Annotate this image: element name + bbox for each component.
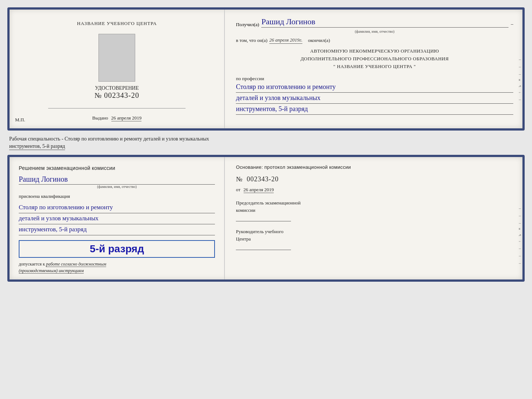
bottom-right-panel: Основание: протокол экзаменационной коми… [225, 157, 522, 279]
org-block: АВТОНОМНУЮ НЕКОММЕРЧЕСКУЮ ОРГАНИЗАЦИЮ ДО… [236, 47, 513, 70]
cert-number-value: № 002343-20 [94, 91, 139, 100]
right-side-labels: – – – и ,а ← – [518, 57, 522, 101]
cert-number-block: УДОСТОВЕРЕНИЕ № 002343-20 [94, 85, 139, 100]
page-wrapper: НАЗВАНИЕ УЧЕБНОГО ЦЕНТРА УДОСТОВЕРЕНИЕ №… [4, 4, 528, 285]
top-center-title: НАЗВАНИЕ УЧЕБНОГО ЦЕНТРА [77, 21, 157, 26]
chairman-signature [236, 215, 291, 221]
profession-block: по профессии Столяр по изготовлению и ре… [236, 74, 513, 114]
qualification-label: присвоена квалификация [19, 193, 215, 199]
top-document-card: НАЗВАНИЕ УЧЕБНОГО ЦЕНТРА УДОСТОВЕРЕНИЕ №… [7, 7, 525, 131]
issued-line: Выдано 26 апреля 2019 [92, 115, 141, 121]
big-rank-box: 5-й разряд [19, 240, 215, 258]
bottom-document-card: Решением экзаменационной комиссии Рашид … [7, 155, 525, 282]
recipient-block: Получил(а) Рашид Логинов – (фамилия, имя… [236, 17, 513, 33]
bottom-right-side-labels: – – – и ,а ← – – – [518, 206, 522, 265]
photo-placeholder [98, 34, 135, 82]
specialty-label: Рабочая специальность - Столяр по изгото… [7, 133, 525, 152]
qualification-value-block: Столяр по изготовлению и ремонту деталей… [19, 202, 215, 235]
top-right-panel: Получил(а) Рашид Логинов – (фамилия, имя… [225, 10, 522, 128]
protocol-date: от 26 апреля 2019 [236, 187, 513, 193]
director-block: Руководитель учебного Центра [236, 228, 513, 250]
cert-type-label: УДОСТОВЕРЕНИЕ [94, 85, 139, 91]
commission-title: Решением экзаменационной комиссии [19, 164, 215, 172]
protocol-number: № 002343-20 [236, 175, 513, 183]
top-left-panel: НАЗВАНИЕ УЧЕБНОГО ЦЕНТРА УДОСТОВЕРЕНИЕ №… [10, 10, 225, 128]
commission-person-block: Рашид Логинов (фамилия, имя, отчество) [19, 175, 215, 189]
allowed-line: допускается к работе согласно должностны… [19, 261, 215, 274]
date-line: в том, что он(а) 26 апреля 2019г. окончи… [236, 37, 513, 44]
chairman-block: Председатель экзаменационной комиссии [236, 199, 513, 221]
bottom-left-panel: Решением экзаменационной комиссии Рашид … [10, 157, 225, 279]
mp-label: М.П. [15, 117, 25, 123]
director-signature [236, 244, 291, 250]
basis-label: Основание: протокол экзаменационной коми… [236, 164, 513, 170]
